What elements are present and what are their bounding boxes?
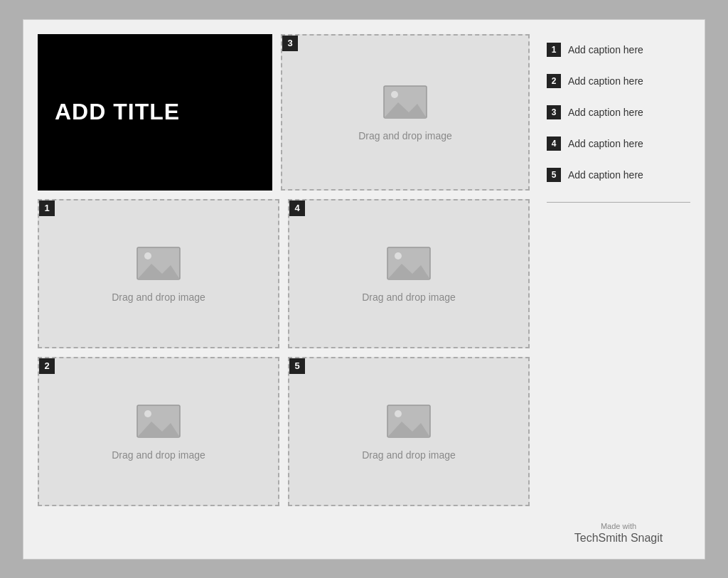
drag-label-4: Drag and drop image (362, 291, 456, 303)
caption-text-1: Add caption here (568, 44, 643, 55)
image-placeholder-icon-2 (134, 402, 183, 444)
caption-text-5: Add caption here (568, 169, 643, 181)
drag-label-2: Drag and drop image (112, 449, 205, 461)
image-slot-1[interactable]: 1 Drag and drop image (38, 199, 279, 348)
caption-row-3[interactable]: 3 Add caption here (547, 97, 690, 128)
caption-badge-1: 1 (547, 43, 561, 57)
caption-badge-5: 5 (547, 168, 561, 182)
drag-label-5: Drag and drop image (362, 449, 456, 461)
slot-badge-4: 4 (289, 200, 305, 216)
made-with-section: Made with TechSmith Snagit (547, 516, 690, 545)
image-slot-5[interactable]: 5 Drag and drop image (288, 357, 530, 506)
title-block[interactable]: ADD TITLE (38, 34, 272, 191)
image-placeholder-icon-5 (384, 402, 434, 444)
caption-badge-2: 2 (547, 74, 561, 88)
svg-point-10 (144, 410, 151, 417)
image-placeholder-icon-3 (380, 82, 430, 124)
svg-point-1 (391, 91, 398, 98)
page-title: ADD TITLE (55, 99, 180, 125)
page-container: ADD TITLE 3 Drag and drop image 1 (23, 19, 705, 560)
svg-point-13 (395, 410, 402, 417)
slot-badge-2: 2 (39, 358, 55, 374)
drag-label-3: Drag and drop image (358, 130, 452, 141)
caption-row-2[interactable]: 2 Add caption here (547, 65, 690, 97)
sidebar-divider (547, 202, 690, 203)
caption-text-2: Add caption here (568, 75, 643, 87)
caption-text-3: Add caption here (568, 107, 643, 118)
image-placeholder-icon-4 (384, 244, 434, 286)
caption-row-4[interactable]: 4 Add caption here (547, 128, 690, 159)
caption-row-5[interactable]: 5 Add caption here (547, 159, 690, 191)
slot-badge-5: 5 (289, 358, 305, 374)
image-placeholder-icon-1 (134, 244, 183, 286)
caption-text-4: Add caption here (568, 138, 643, 149)
caption-badge-4: 4 (547, 137, 561, 151)
caption-badge-3: 3 (547, 105, 561, 119)
image-slot-3[interactable]: 3 Drag and drop image (281, 34, 530, 191)
image-slot-2[interactable]: 2 Drag and drop image (38, 357, 279, 506)
caption-row-1[interactable]: 1 Add caption here (547, 34, 690, 65)
main-content: ADD TITLE 3 Drag and drop image 1 (38, 34, 530, 545)
slot-badge-3: 3 (282, 36, 298, 51)
made-with-label: Made with (547, 522, 690, 530)
slot-badge-1: 1 (39, 200, 55, 216)
middle-row: 1 Drag and drop image 4 (38, 199, 530, 348)
svg-point-7 (395, 252, 402, 259)
image-slot-4[interactable]: 4 Drag and drop image (288, 199, 530, 348)
sidebar: 1 Add caption here 2 Add caption here 3 … (541, 34, 690, 545)
bottom-row: 2 Drag and drop image 5 (38, 357, 530, 506)
brand-label: TechSmith Snagit (574, 532, 663, 544)
top-row: ADD TITLE 3 Drag and drop image (38, 34, 530, 191)
drag-label-1: Drag and drop image (112, 291, 205, 303)
svg-point-4 (144, 252, 151, 259)
